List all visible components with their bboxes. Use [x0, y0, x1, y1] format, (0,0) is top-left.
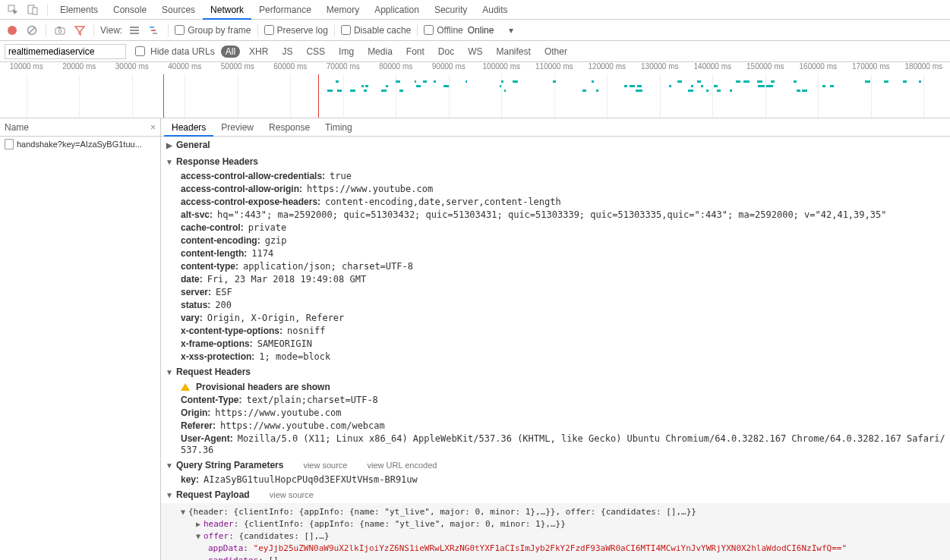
- svg-rect-11: [150, 27, 154, 28]
- header-row: access-control-allow-origin:https://www.…: [161, 183, 950, 196]
- overview-request-bar: [553, 80, 556, 83]
- main-tab-security[interactable]: Security: [427, 0, 475, 20]
- header-value: ESF: [216, 287, 232, 297]
- overview-request-bar: [797, 90, 800, 92]
- provisional-headers-warning: Provisional headers are shown: [161, 380, 950, 394]
- detail-tab-preview[interactable]: Preview: [213, 118, 261, 137]
- type-filter-ws[interactable]: WS: [463, 46, 487, 58]
- view-url-encoded-link[interactable]: view URL encoded: [367, 461, 437, 470]
- overview-request-bar: [327, 90, 333, 92]
- svg-line-4: [29, 27, 35, 33]
- group-by-frame-checkbox[interactable]: Group by frame: [175, 25, 251, 36]
- overview-request-bar: [794, 80, 796, 83]
- header-name: Content-Type:: [181, 395, 241, 405]
- header-value: Mozilla/5.0 (X11; Linux x86_64) AppleWeb…: [181, 433, 945, 455]
- header-row: status:200: [161, 299, 950, 312]
- main-tab-sources[interactable]: Sources: [154, 0, 203, 20]
- section-general[interactable]: ▶ General: [161, 137, 950, 153]
- overview-request-bar: [365, 85, 368, 87]
- request-name: handshake?key=AIzaSyBG1tuu...: [17, 140, 142, 149]
- view-source-link[interactable]: view source: [270, 490, 314, 499]
- network-overview[interactable]: 10000 ms20000 ms30000 ms40000 ms50000 ms…: [0, 62, 950, 118]
- hide-data-urls-checkbox[interactable]: Hide data URLs: [132, 44, 215, 58]
- overview-request-bar: [582, 90, 587, 92]
- disable-cache-checkbox[interactable]: Disable cache: [341, 25, 411, 36]
- overview-request-bar: [399, 90, 404, 92]
- close-details-icon[interactable]: ×: [150, 118, 156, 137]
- header-row: cache-control:private: [161, 222, 950, 234]
- header-row: content-type:application/json; charset=U…: [161, 260, 950, 273]
- overview-request-bar: [677, 80, 683, 83]
- main-tab-memory[interactable]: Memory: [319, 0, 367, 20]
- main-tab-audits[interactable]: Audits: [475, 0, 515, 20]
- header-value: application/json; charset=UTF-8: [243, 261, 413, 272]
- header-value: https://www.youtube.com: [215, 407, 341, 418]
- detail-tab-response[interactable]: Response: [261, 118, 317, 137]
- section-request-headers[interactable]: ▼ Request Headers: [161, 363, 950, 380]
- capture-screenshots-icon[interactable]: [52, 23, 68, 38]
- main-tab-console[interactable]: Console: [106, 0, 154, 20]
- clear-button[interactable]: [24, 23, 39, 38]
- header-name: key:: [181, 474, 199, 485]
- overview-request-bar: [504, 90, 506, 92]
- filter-icon[interactable]: [72, 23, 87, 38]
- overview-request-bar: [717, 90, 721, 92]
- overview-request-bar: [386, 85, 388, 87]
- offline-checkbox[interactable]: Offline: [424, 25, 462, 36]
- overview-request-bar: [762, 85, 764, 87]
- section-query-string[interactable]: ▼ Query String Parameters view source vi…: [161, 457, 950, 473]
- inspect-icon[interactable]: [3, 0, 23, 20]
- overview-tick: 50000 ms: [221, 62, 254, 71]
- header-row: key:AIzaSyBG1tuulHopcPUq0d3EFXUtVHsm-BR9…: [161, 473, 950, 486]
- header-name: x-frame-options:: [181, 338, 253, 349]
- header-row: access-control-expose-headers:content-en…: [161, 196, 950, 209]
- overview-request-bar: [364, 90, 367, 92]
- overview-request-bar: [596, 90, 598, 92]
- type-filter-font[interactable]: Font: [402, 46, 429, 58]
- header-name: status:: [181, 300, 210, 310]
- type-filter-manifest[interactable]: Manifest: [492, 46, 535, 58]
- device-toggle-icon[interactable]: [23, 0, 43, 20]
- detail-tab-timing[interactable]: Timing: [317, 118, 360, 137]
- main-tab-network[interactable]: Network: [203, 0, 251, 20]
- svg-rect-12: [151, 30, 156, 31]
- type-filter-js[interactable]: JS: [277, 46, 297, 58]
- main-tab-application[interactable]: Application: [367, 0, 427, 20]
- view-source-link[interactable]: view source: [303, 461, 347, 470]
- overview-request-bar: [434, 80, 436, 83]
- overview-request-bar: [500, 85, 501, 87]
- type-filter-css[interactable]: CSS: [301, 46, 330, 58]
- header-row: Content-Type:text/plain;charset=UTF-8: [161, 394, 950, 407]
- overview-tick: 20000 ms: [62, 62, 96, 71]
- preserve-log-checkbox[interactable]: Preserve log: [264, 25, 328, 36]
- file-icon: [5, 139, 14, 149]
- header-row: Origin:https://www.youtube.com: [161, 407, 950, 420]
- overview-request-bar: [830, 85, 833, 87]
- type-filter-media[interactable]: Media: [363, 46, 397, 58]
- main-tab-elements[interactable]: Elements: [52, 0, 106, 20]
- throttling-select[interactable]: Online: [468, 25, 494, 36]
- header-value: content-encoding,date,server,content-len…: [325, 197, 561, 207]
- type-filter-other[interactable]: Other: [540, 46, 572, 58]
- section-request-payload[interactable]: ▼ Request Payload view source: [161, 486, 950, 503]
- section-response-headers[interactable]: ▼ Response Headers: [161, 153, 950, 170]
- detail-tab-headers[interactable]: Headers: [164, 118, 213, 137]
- overview-tick: 30000 ms: [115, 62, 149, 71]
- filter-input[interactable]: [5, 44, 126, 59]
- large-rows-icon[interactable]: [127, 23, 142, 38]
- header-row: x-frame-options:SAMEORIGIN: [161, 338, 950, 351]
- type-filter-xhr[interactable]: XHR: [245, 46, 273, 58]
- record-button[interactable]: [5, 23, 20, 38]
- chevron-down-icon: ▼: [166, 368, 173, 376]
- main-tab-performance[interactable]: Performance: [251, 0, 319, 20]
- request-payload-tree[interactable]: ▼{header: {clientInfo: {appInfo: {name: …: [161, 503, 950, 560]
- type-filter-all[interactable]: All: [221, 46, 240, 58]
- waterfall-view-icon[interactable]: [147, 23, 162, 38]
- header-row: content-length:1174: [161, 247, 950, 260]
- request-row[interactable]: handshake?key=AIzaSyBG1tuu...: [0, 137, 160, 152]
- header-row: server:ESF: [161, 286, 950, 299]
- throttling-dropdown-icon[interactable]: ▾: [509, 25, 513, 36]
- network-toolbar: View: Group by frame Preserve log Disabl…: [0, 20, 950, 41]
- type-filter-img[interactable]: Img: [334, 46, 358, 58]
- type-filter-doc[interactable]: Doc: [434, 46, 459, 58]
